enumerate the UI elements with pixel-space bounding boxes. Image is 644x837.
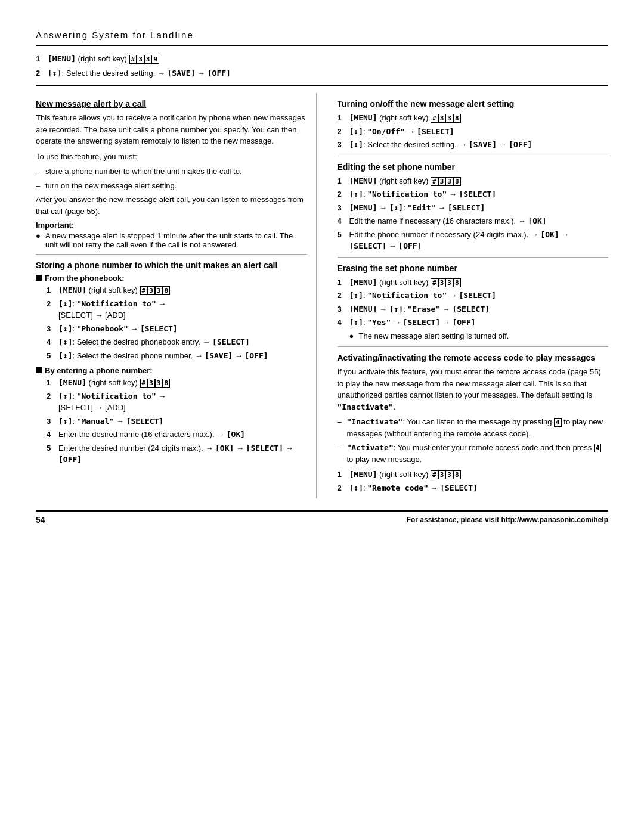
pb-step-5: 5 [↕]: Select the desired phone number. … bbox=[47, 350, 307, 362]
menu-kbd: [MENU] bbox=[48, 54, 76, 63]
onoff-s3-num: 3 bbox=[338, 139, 349, 151]
edit-s3-num: 3 bbox=[338, 202, 349, 214]
pb-step1-num: 1 bbox=[47, 284, 58, 296]
ph-step5-content: Enter the desired number (24 digits max.… bbox=[58, 442, 307, 466]
edit-s5-num: 5 bbox=[338, 229, 349, 252]
activate-step2: 2 [↕]: "Remote code" → [SELECT] bbox=[338, 482, 609, 494]
pb-step5-num: 5 bbox=[47, 350, 58, 362]
key3b: 3 bbox=[144, 55, 152, 64]
activate-title: Activating/inactivating the remote acces… bbox=[338, 353, 609, 362]
ph-step-2: 2 [↕]: "Notification to" →[SELECT] → [AD… bbox=[47, 390, 307, 414]
activate-steps: 1 [MENU] (right soft key) #338 2 [↕]: "R… bbox=[338, 469, 609, 494]
important-text: A new message alert is stopped 1 minute … bbox=[45, 231, 307, 249]
hash-key: # bbox=[129, 55, 137, 64]
page-title-section: Answering System for Landline bbox=[36, 30, 608, 46]
activate-step1: 1 [MENU] (right soft key) #338 bbox=[338, 469, 609, 480]
pb-step4-content: [↕]: Select the desired phonebook entry.… bbox=[58, 336, 307, 348]
important-label: Important: bbox=[36, 221, 307, 230]
new-message-alert-title: New message alert by a call bbox=[36, 99, 307, 108]
erase-s4-num: 4 bbox=[338, 317, 349, 342]
ph-step5-num: 5 bbox=[47, 442, 58, 466]
edit-s4-num: 4 bbox=[338, 215, 349, 227]
erase-step4: 4 [↕]: "Yes" → [SELECT] → [OFF] ● The ne… bbox=[338, 317, 609, 342]
pb-step3-content: [↕]: "Phonebook" → [SELECT] bbox=[58, 323, 307, 335]
right-column: Turning on/off the new message alert set… bbox=[335, 93, 609, 498]
footer: 54 For assistance, please visit http://w… bbox=[36, 515, 608, 525]
erase-s1-content: [MENU] (right soft key) #338 bbox=[349, 277, 609, 289]
onoff-s3-content: [↕]: Select the desired setting. → [SAVE… bbox=[349, 139, 609, 151]
edit-s2-num: 2 bbox=[338, 188, 349, 200]
onoff-s2-content: [↕]: "On/Off" → [SELECT] bbox=[349, 126, 609, 138]
act-s1-num: 1 bbox=[338, 469, 349, 480]
erase-s2-num: 2 bbox=[338, 290, 349, 302]
ph-step3-num: 3 bbox=[47, 416, 58, 427]
ph-step3-content: [↕]: "Manual" → [SELECT] bbox=[58, 416, 307, 427]
pb-step2-content: [↕]: "Notification to" →[SELECT] → [ADD] bbox=[58, 298, 307, 321]
ph-step-4: 4 Enter the desired name (16 characters … bbox=[47, 429, 307, 441]
ph-step4-num: 4 bbox=[47, 429, 58, 441]
onoff-s2-num: 2 bbox=[338, 126, 349, 138]
right-rule3 bbox=[338, 346, 609, 347]
top-step2-content: [↕]: Select the desired setting. → [SAVE… bbox=[48, 67, 608, 79]
from-phonebook-label: From the phonebook: bbox=[36, 274, 307, 283]
after-dash-text: After you answer the new message alert c… bbox=[36, 194, 307, 217]
top-step2-num: 2 bbox=[36, 67, 48, 79]
section-rule bbox=[36, 85, 608, 86]
activate-dash1-text: "Inactivate": You can listen to the mess… bbox=[347, 416, 609, 439]
top-rule bbox=[36, 45, 608, 46]
page-title: Answering System for Landline bbox=[36, 30, 608, 40]
sq-icon-phone bbox=[36, 367, 42, 373]
activate-dash2-prefix: – bbox=[338, 442, 347, 465]
left-sub-rule bbox=[36, 254, 307, 255]
ph-step-1: 1 [MENU] (right soft key) #338 bbox=[47, 377, 307, 389]
dash-prefix-2: – bbox=[36, 180, 45, 192]
onoff-step3: 3 [↕]: Select the desired setting. → [SA… bbox=[338, 139, 609, 151]
onoff-steps: 1 [MENU] (right soft key) #338 2 [↕]: "O… bbox=[338, 112, 609, 151]
erase-s1-num: 1 bbox=[338, 277, 349, 289]
intro-p2: To use this feature, you must: bbox=[36, 151, 307, 163]
erase-bullet-text: The new message alert setting is turned … bbox=[359, 330, 509, 342]
ph-step2-num: 2 bbox=[47, 390, 58, 414]
important-item: ● A new message alert is stopped 1 minut… bbox=[36, 231, 307, 249]
onoff-step1: 1 [MENU] (right soft key) #338 bbox=[338, 112, 609, 124]
erase-s3-num: 3 bbox=[338, 303, 349, 315]
erase-step3: 3 [MENU] → [↕]: "Erase" → [SELECT] bbox=[338, 303, 609, 315]
erase-s4-content: [↕]: "Yes" → [SELECT] → [OFF] ● The new … bbox=[349, 317, 609, 342]
right-rule2 bbox=[338, 257, 609, 258]
pb-step2-num: 2 bbox=[47, 298, 58, 321]
key9: 9 bbox=[151, 55, 159, 64]
dash-prefix-1: – bbox=[36, 166, 45, 178]
pb-step-4: 4 [↕]: Select the desired phonebook entr… bbox=[47, 336, 307, 348]
phone-steps: 1 [MENU] (right soft key) #338 2 [↕]: "N… bbox=[47, 377, 307, 466]
edit-step5: 5 Edit the phone number if necessary (24… bbox=[338, 229, 609, 252]
edit-s1-content: [MENU] (right soft key) #338 bbox=[349, 175, 609, 187]
erase-bullet-dot: ● bbox=[349, 330, 359, 342]
key3a: 3 bbox=[137, 55, 144, 64]
dash-text-2: turn on the new message alert setting. bbox=[45, 180, 177, 192]
dash-item-1: – store a phone number to which the unit… bbox=[36, 166, 307, 178]
pb-step-1: 1 [MENU] (right soft key) #338 bbox=[47, 284, 307, 296]
ph-step1-num: 1 bbox=[47, 377, 58, 389]
ph-step-3: 3 [↕]: "Manual" → [SELECT] bbox=[47, 416, 307, 427]
erasing-title: Erasing the set phone number bbox=[338, 264, 609, 273]
activate-dash2-text: "Activate": You must enter your remote a… bbox=[347, 442, 609, 465]
act-s2-num: 2 bbox=[338, 482, 349, 494]
turn-onoff-title: Turning on/off the new message alert set… bbox=[338, 99, 609, 108]
erase-s2-content: [↕]: "Notification to" → [SELECT] bbox=[349, 290, 609, 302]
erase-sub-bullet: ● The new message alert setting is turne… bbox=[349, 330, 609, 342]
edit-s1-num: 1 bbox=[338, 175, 349, 187]
ph-step-5: 5 Enter the desired number (24 digits ma… bbox=[47, 442, 307, 466]
pb-step5-content: [↕]: Select the desired phone number. → … bbox=[58, 350, 307, 362]
pb-step3-num: 3 bbox=[47, 323, 58, 335]
pb-step4-num: 4 bbox=[47, 336, 58, 348]
footer-rule bbox=[36, 510, 608, 512]
edit-step4: 4 Edit the name if necessary (16 charact… bbox=[338, 215, 609, 227]
edit-step1: 1 [MENU] (right soft key) #338 bbox=[338, 175, 609, 187]
activate-dash1: – "Inactivate": You can listen to the me… bbox=[338, 416, 609, 439]
by-phone-label: By entering a phone number: bbox=[36, 366, 307, 375]
activate-dash2: – "Activate": You must enter your remote… bbox=[338, 442, 609, 465]
edit-step3: 3 [MENU] → [↕]: "Edit" → [SELECT] bbox=[338, 202, 609, 214]
dash-item-2: – turn on the new message alert setting. bbox=[36, 180, 307, 192]
dash-text-1: store a phone number to which the unit m… bbox=[45, 166, 242, 178]
edit-s3-content: [MENU] → [↕]: "Edit" → [SELECT] bbox=[349, 202, 609, 214]
